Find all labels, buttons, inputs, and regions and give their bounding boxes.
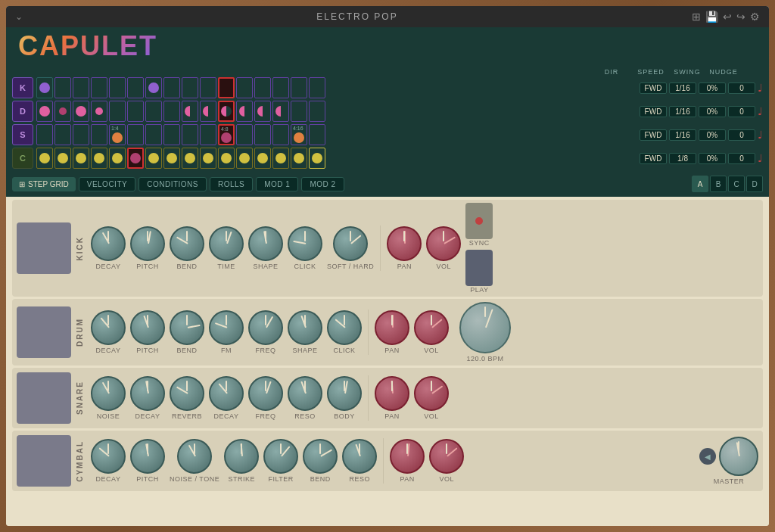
- step[interactable]: [109, 101, 126, 122]
- step[interactable]: [73, 101, 89, 122]
- step[interactable]: 1:4: [109, 124, 126, 145]
- tab-rolls[interactable]: ROLLS: [210, 177, 253, 191]
- dropdown-arrow-icon[interactable]: ⌄: [15, 11, 23, 22]
- step[interactable]: [254, 77, 271, 98]
- redo-icon[interactable]: ↪: [736, 11, 745, 23]
- seq-nudge-drum[interactable]: 0: [728, 106, 755, 117]
- kick-click-knob[interactable]: [288, 226, 322, 261]
- snare-noise-knob[interactable]: [91, 376, 126, 411]
- step[interactable]: [163, 77, 180, 98]
- step[interactable]: [163, 101, 180, 122]
- seq-mute-drum[interactable]: ♩: [758, 105, 763, 117]
- tab-mod1[interactable]: MOD 1: [256, 177, 298, 191]
- bpm-knob[interactable]: [459, 302, 511, 353]
- drum-decay-knob[interactable]: [91, 310, 126, 345]
- seq-dir-drum[interactable]: FWD: [640, 106, 667, 117]
- seq-dir-snare[interactable]: FWD: [640, 129, 667, 141]
- seq-speed-snare[interactable]: 1/16: [669, 129, 696, 141]
- step[interactable]: [127, 124, 144, 145]
- tab-conditions[interactable]: CONDITIONS: [139, 177, 207, 191]
- step[interactable]: [182, 77, 198, 98]
- step[interactable]: [291, 101, 307, 122]
- cymbal-pan-knob[interactable]: [390, 439, 425, 474]
- arrow-left-icon[interactable]: ◀: [699, 448, 716, 465]
- drum-pan-knob[interactable]: [375, 310, 409, 345]
- step[interactable]: [127, 148, 144, 169]
- seq-mute-kick[interactable]: ♩: [758, 82, 763, 94]
- tab-a[interactable]: A: [692, 176, 708, 192]
- step[interactable]: [291, 77, 307, 98]
- seq-nudge-kick[interactable]: 0: [728, 82, 755, 94]
- snare-pad[interactable]: [17, 372, 71, 424]
- step[interactable]: [145, 124, 162, 145]
- step[interactable]: [36, 101, 53, 122]
- snare-reso-knob[interactable]: [288, 376, 322, 411]
- seq-speed-drum[interactable]: 1/16: [669, 106, 696, 117]
- drum-click-knob[interactable]: [327, 310, 362, 345]
- step[interactable]: [182, 101, 198, 122]
- step[interactable]: [73, 77, 89, 98]
- cymbal-bend-knob[interactable]: [303, 439, 338, 474]
- seq-dir-cymbal[interactable]: FWD: [640, 153, 667, 164]
- step[interactable]: [309, 124, 325, 145]
- seq-mute-snare[interactable]: ♩: [758, 129, 763, 141]
- step[interactable]: [272, 77, 289, 98]
- step[interactable]: [163, 124, 180, 145]
- kick-pad[interactable]: [17, 222, 71, 274]
- seq-speed-kick[interactable]: 1/16: [669, 82, 696, 94]
- tab-c[interactable]: C: [728, 176, 745, 192]
- step[interactable]: [200, 101, 216, 122]
- step[interactable]: [109, 148, 126, 169]
- kick-bend-knob[interactable]: [170, 226, 204, 261]
- step[interactable]: 4:16: [291, 124, 307, 145]
- step[interactable]: [272, 124, 289, 145]
- step[interactable]: [218, 148, 235, 169]
- seq-swing-kick[interactable]: 0%: [699, 82, 726, 94]
- seq-swing-snare[interactable]: 0%: [699, 129, 726, 141]
- cymbal-pitch-knob[interactable]: [130, 439, 165, 474]
- kick-shape-knob[interactable]: [248, 226, 283, 261]
- play-button[interactable]: [465, 250, 493, 286]
- step[interactable]: [309, 101, 325, 122]
- grid-icon[interactable]: ⊞: [692, 11, 701, 23]
- kick-vol-knob[interactable]: [426, 226, 461, 261]
- step[interactable]: [36, 77, 53, 98]
- tab-b[interactable]: B: [710, 176, 727, 192]
- undo-icon[interactable]: ↩: [723, 11, 732, 23]
- step[interactable]: 4:8: [218, 124, 235, 145]
- step[interactable]: [182, 148, 198, 169]
- tab-d[interactable]: D: [746, 176, 763, 192]
- step[interactable]: [200, 77, 216, 98]
- seq-swing-drum[interactable]: 0%: [699, 106, 726, 117]
- snare-reverb-knob[interactable]: [170, 376, 204, 411]
- cymbal-decay-knob[interactable]: [91, 439, 126, 474]
- save-icon[interactable]: 💾: [705, 11, 718, 23]
- step[interactable]: [218, 77, 235, 98]
- step[interactable]: [200, 124, 216, 145]
- seq-speed-cymbal[interactable]: 1/8: [669, 153, 696, 164]
- step[interactable]: [91, 148, 107, 169]
- step[interactable]: [127, 77, 144, 98]
- step[interactable]: [91, 77, 107, 98]
- drum-fm-knob[interactable]: [209, 310, 244, 345]
- step[interactable]: [91, 101, 107, 122]
- step[interactable]: [145, 77, 162, 98]
- kick-softhard-knob[interactable]: [333, 226, 368, 261]
- seq-nudge-cymbal[interactable]: 0: [728, 153, 755, 164]
- drum-shape-knob[interactable]: [288, 310, 322, 345]
- tab-mod2[interactable]: MOD 2: [301, 177, 344, 191]
- step[interactable]: [54, 77, 71, 98]
- drum-pitch-knob[interactable]: [130, 310, 165, 345]
- step[interactable]: [145, 148, 162, 169]
- step[interactable]: [109, 77, 126, 98]
- step[interactable]: [254, 124, 271, 145]
- kick-decay-knob[interactable]: [91, 226, 126, 261]
- drum-freq-knob[interactable]: [248, 310, 283, 345]
- step[interactable]: [73, 124, 89, 145]
- step[interactable]: [73, 148, 89, 169]
- tab-velocity[interactable]: VELOCITY: [79, 177, 135, 191]
- seq-dir-kick[interactable]: FWD: [640, 82, 667, 94]
- drum-vol-knob[interactable]: [414, 310, 449, 345]
- seq-swing-cymbal[interactable]: 0%: [699, 153, 726, 164]
- sync-button[interactable]: [465, 203, 493, 239]
